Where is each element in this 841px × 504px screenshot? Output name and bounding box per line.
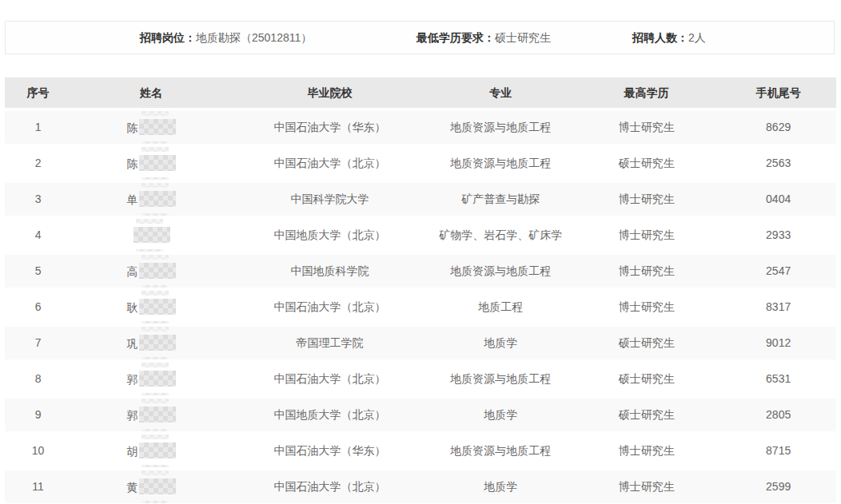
cell-major: 地质资源与地质工程 — [428, 111, 572, 144]
name-redaction-mosaic — [139, 478, 176, 494]
cell-seq: 6 — [5, 291, 71, 323]
cell-major: 地质学 — [428, 470, 572, 503]
recruitment-info-bar: 招聘岗位：地质勘探（25012811） 最低学历要求：硕士研究生 招聘人数：2人 — [5, 21, 835, 54]
redacted-name — [133, 219, 170, 252]
name-visible-char: 黄 — [127, 471, 138, 503]
headcount-label: 招聘人数： — [632, 31, 688, 44]
position-label: 招聘岗位： — [140, 31, 196, 44]
min-education-value: 硕士研究生 — [495, 31, 551, 44]
cell-seq: 3 — [5, 183, 71, 216]
cell-seq: 11 — [5, 470, 71, 503]
cell-phone-tail: 2599 — [720, 470, 836, 503]
redacted-name: 郭 — [127, 399, 176, 431]
cell-school: 帝国理工学院 — [231, 327, 429, 359]
cell-phone-tail: 8317 — [720, 291, 836, 323]
table-row: 2 陈 中国石油大学（北京） 地质资源与地质工程 硕士研究生 2563 — [5, 147, 836, 180]
table-row: 4 中国地质大学（北京） 矿物学、岩石学、矿床学 博士研究生 2933 — [5, 219, 836, 252]
cell-seq: 5 — [5, 255, 71, 288]
cell-phone-tail: 6531 — [720, 363, 836, 395]
cell-name: 陈 — [71, 111, 231, 144]
cell-degree: 博士研究生 — [572, 435, 720, 467]
name-visible-char: 耿 — [127, 292, 138, 323]
cell-major: 地质资源与地质工程 — [428, 363, 572, 395]
cell-phone-tail: 9012 — [720, 327, 836, 359]
name-redaction-mosaic — [139, 263, 176, 279]
cell-school: 中国石油大学（北京） — [231, 147, 429, 180]
redacted-name: 陈 — [127, 147, 176, 180]
name-redaction-mosaic — [139, 407, 176, 423]
column-header-seq: 序号 — [5, 77, 71, 108]
cell-seq: 8 — [5, 363, 71, 395]
cell-school: 中国石油大学（北京） — [231, 363, 429, 395]
cell-school: 中国石油大学（华东） — [231, 435, 429, 467]
cell-phone-tail: 2933 — [720, 219, 836, 252]
redacted-name: 黄 — [127, 470, 176, 503]
cell-phone-tail: 2547 — [720, 255, 836, 288]
cell-school: 中国地质大学（北京） — [231, 399, 429, 431]
cell-name: 陈 — [71, 147, 231, 180]
cell-name: 胡 — [71, 435, 231, 467]
cell-phone-tail: 2563 — [720, 147, 836, 180]
table-row: 11 黄 中国石油大学（北京） 地质学 博士研究生 2599 — [5, 470, 836, 503]
cell-school: 中国石油大学（北京） — [231, 470, 429, 503]
column-header-phone-tail: 手机尾号 — [720, 77, 836, 108]
column-header-degree: 最高学历 — [572, 77, 720, 108]
table-row: 10 胡 中国石油大学（华东） 地质资源与地质工程 博士研究生 8715 — [5, 435, 836, 467]
table-row: 3 单 中国科学院大学 矿产普查与勘探 博士研究生 0404 — [5, 183, 836, 216]
cell-degree: 硕士研究生 — [572, 363, 720, 395]
name-redaction-mosaic — [139, 442, 176, 458]
table-row: 1 陈 中国石油大学（华东） 地质资源与地质工程 博士研究生 8629 — [5, 111, 836, 144]
cell-school: 中国地质大学（北京） — [231, 219, 429, 252]
cell-degree: 博士研究生 — [572, 470, 720, 503]
headcount-value: 2人 — [688, 31, 706, 44]
redacted-name: 耿 — [127, 291, 176, 323]
cell-name: 黄 — [71, 470, 231, 503]
redacted-name: 胡 — [127, 435, 176, 467]
cell-name: 郭 — [71, 363, 231, 395]
cell-seq: 2 — [5, 147, 71, 180]
cell-seq: 10 — [5, 435, 71, 467]
info-item-position: 招聘岗位：地质勘探（25012811） — [140, 22, 312, 54]
cell-name: 高 — [71, 255, 231, 288]
table-row: 9 郭 中国地质大学（北京） 地质学 硕士研究生 2805 — [5, 399, 836, 431]
cell-major: 地质资源与地质工程 — [428, 147, 572, 180]
name-visible-char: 巩 — [127, 327, 138, 359]
name-visible-char: 单 — [127, 184, 138, 216]
cell-degree: 博士研究生 — [572, 183, 720, 216]
cell-name — [71, 219, 231, 252]
cell-phone-tail: 2805 — [720, 399, 836, 431]
name-redaction-mosaic — [139, 299, 176, 315]
name-visible-char: 高 — [127, 256, 138, 288]
redacted-name: 巩 — [127, 327, 176, 359]
cell-major: 矿物学、岩石学、矿床学 — [428, 219, 572, 252]
cell-major: 地质资源与地质工程 — [428, 255, 572, 288]
cell-major: 矿产普查与勘探 — [428, 183, 572, 216]
name-visible-char: 郭 — [127, 399, 138, 431]
cell-major: 地质资源与地质工程 — [428, 435, 572, 467]
table-row: 7 巩 帝国理工学院 地质学 硕士研究生 9012 — [5, 327, 836, 359]
table-row: 6 耿 中国石油大学（北京） 地质工程 博士研究生 8317 — [5, 291, 836, 323]
cell-seq: 9 — [5, 399, 71, 431]
cell-degree: 硕士研究生 — [572, 399, 720, 431]
redacted-name: 陈 — [127, 111, 176, 144]
cell-name: 郭 — [71, 399, 231, 431]
name-redaction-mosaic — [134, 227, 170, 243]
name-redaction-mosaic — [139, 371, 176, 387]
name-redaction-mosaic — [139, 155, 176, 171]
column-header-school: 毕业院校 — [231, 77, 429, 108]
cell-school: 中国石油大学（北京） — [231, 291, 429, 323]
candidate-table: 序号 姓名 毕业院校 专业 最高学历 手机尾号 1 陈 中国石油大学（华东） 地… — [5, 77, 836, 503]
cell-phone-tail: 0404 — [720, 183, 836, 216]
cell-school: 中国地质科学院 — [231, 255, 429, 288]
cell-seq: 7 — [5, 327, 71, 359]
cell-name: 单 — [71, 183, 231, 216]
name-redaction-mosaic — [139, 119, 176, 135]
cell-phone-tail: 8715 — [720, 435, 836, 467]
table-row: 8 郭 中国石油大学（北京） 地质资源与地质工程 硕士研究生 6531 — [5, 363, 836, 395]
redacted-name: 郭 — [127, 363, 176, 395]
table-body: 1 陈 中国石油大学（华东） 地质资源与地质工程 博士研究生 8629 2 陈 … — [5, 111, 836, 503]
cell-degree: 硕士研究生 — [572, 327, 720, 359]
table-row: 5 高 中国地质科学院 地质资源与地质工程 博士研究生 2547 — [5, 255, 836, 288]
cell-major: 地质学 — [428, 399, 572, 431]
table-header-row: 序号 姓名 毕业院校 专业 最高学历 手机尾号 — [5, 77, 836, 108]
